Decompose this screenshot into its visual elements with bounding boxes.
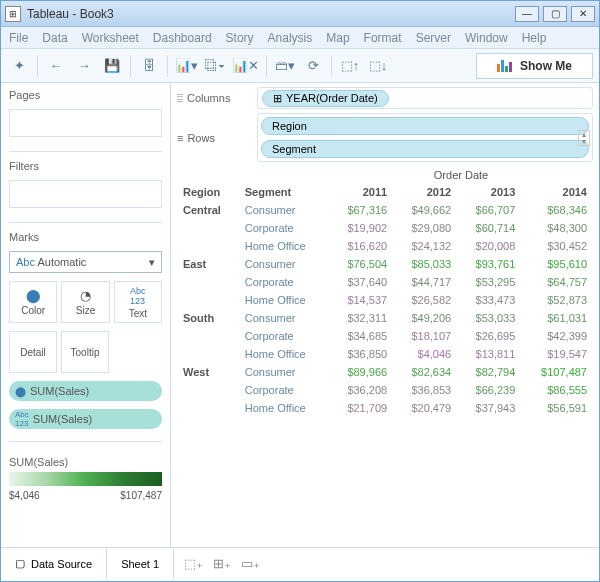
col-header[interactable]: 2014 <box>521 183 593 201</box>
menu-dashboard[interactable]: Dashboard <box>153 31 212 45</box>
close-button[interactable]: ✕ <box>571 6 595 22</box>
value-cell[interactable]: $30,452 <box>521 237 593 255</box>
menu-data[interactable]: Data <box>42 31 67 45</box>
value-cell[interactable]: $64,757 <box>521 273 593 291</box>
marks-text-button[interactable]: Abc123Text <box>114 281 162 323</box>
menu-server[interactable]: Server <box>416 31 451 45</box>
value-cell[interactable]: $95,610 <box>521 255 593 273</box>
show-me-button[interactable]: Show Me <box>476 53 593 79</box>
value-cell[interactable]: $37,943 <box>457 399 521 417</box>
segment-cell[interactable]: Consumer <box>239 201 329 219</box>
value-cell[interactable]: $93,761 <box>457 255 521 273</box>
columns-shelf[interactable]: ⊞YEAR(Order Date) <box>257 87 593 109</box>
menu-help[interactable]: Help <box>522 31 547 45</box>
value-cell[interactable]: $76,504 <box>329 255 393 273</box>
sort-asc-button[interactable]: ⬚↑ <box>338 54 362 78</box>
value-cell[interactable]: $107,487 <box>521 363 593 381</box>
value-cell[interactable]: $66,239 <box>457 381 521 399</box>
value-cell[interactable]: $34,685 <box>329 327 393 345</box>
filters-shelf[interactable] <box>9 180 162 208</box>
menu-map[interactable]: Map <box>326 31 349 45</box>
region-cell[interactable]: West <box>177 363 239 381</box>
col-header[interactable]: 2012 <box>393 183 457 201</box>
value-cell[interactable]: $32,311 <box>329 309 393 327</box>
rows-pill-segment[interactable]: Segment <box>261 140 589 158</box>
maximize-button[interactable]: ▢ <box>543 6 567 22</box>
new-worksheet-button[interactable]: 📊▾ <box>174 54 199 78</box>
segment-cell[interactable]: Home Office <box>239 345 329 363</box>
rows-scroll[interactable]: ▴▾ <box>578 130 590 146</box>
region-cell[interactable]: East <box>177 255 239 273</box>
marks-pill-color-sum-sales[interactable]: ⬤SUM(Sales) <box>9 381 162 401</box>
col-header[interactable]: Segment <box>239 183 329 201</box>
region-cell[interactable] <box>177 219 239 237</box>
new-worksheet-icon[interactable]: ⬚₊ <box>184 556 203 571</box>
new-data-source-button[interactable]: 🗄 <box>137 54 161 78</box>
menu-file[interactable]: File <box>9 31 28 45</box>
value-cell[interactable]: $42,399 <box>521 327 593 345</box>
value-cell[interactable]: $61,031 <box>521 309 593 327</box>
segment-cell[interactable]: Consumer <box>239 309 329 327</box>
value-cell[interactable]: $19,902 <box>329 219 393 237</box>
region-cell[interactable] <box>177 237 239 255</box>
segment-cell[interactable]: Home Office <box>239 291 329 309</box>
forward-button[interactable]: → <box>72 54 96 78</box>
marks-type-dropdown[interactable]: Abc Automatic ▾ <box>9 251 162 273</box>
pages-shelf[interactable] <box>9 109 162 137</box>
save-button[interactable]: 💾 <box>100 54 124 78</box>
segment-cell[interactable]: Corporate <box>239 273 329 291</box>
sheet-tab[interactable]: Sheet 1 <box>107 548 174 579</box>
segment-cell[interactable]: Corporate <box>239 219 329 237</box>
segment-cell[interactable]: Corporate <box>239 327 329 345</box>
value-cell[interactable]: $36,853 <box>393 381 457 399</box>
value-cell[interactable]: $20,008 <box>457 237 521 255</box>
swap-button[interactable]: 🗃▾ <box>273 54 297 78</box>
value-cell[interactable]: $85,033 <box>393 255 457 273</box>
back-button[interactable]: ← <box>44 54 68 78</box>
value-cell[interactable]: $13,811 <box>457 345 521 363</box>
segment-cell[interactable]: Consumer <box>239 255 329 273</box>
duplicate-button[interactable]: ⿻▾ <box>203 54 227 78</box>
marks-pill-text-sum-sales[interactable]: Abc123SUM(Sales) <box>9 409 162 429</box>
menu-worksheet[interactable]: Worksheet <box>82 31 139 45</box>
menu-story[interactable]: Story <box>226 31 254 45</box>
value-cell[interactable]: $4,046 <box>393 345 457 363</box>
col-header[interactable]: 2013 <box>457 183 521 201</box>
value-cell[interactable]: $33,473 <box>457 291 521 309</box>
rows-shelf[interactable]: Region Segment ▴▾ <box>257 113 593 162</box>
value-cell[interactable]: $36,208 <box>329 381 393 399</box>
region-cell[interactable] <box>177 399 239 417</box>
region-cell[interactable]: Central <box>177 201 239 219</box>
segment-cell[interactable]: Corporate <box>239 381 329 399</box>
region-cell[interactable] <box>177 273 239 291</box>
value-cell[interactable]: $26,582 <box>393 291 457 309</box>
clear-button[interactable]: 📊✕ <box>231 54 260 78</box>
menu-format[interactable]: Format <box>364 31 402 45</box>
value-cell[interactable]: $68,346 <box>521 201 593 219</box>
value-cell[interactable]: $86,555 <box>521 381 593 399</box>
value-cell[interactable]: $56,591 <box>521 399 593 417</box>
value-cell[interactable]: $21,709 <box>329 399 393 417</box>
minimize-button[interactable]: — <box>515 6 539 22</box>
value-cell[interactable]: $14,537 <box>329 291 393 309</box>
value-cell[interactable]: $44,717 <box>393 273 457 291</box>
value-cell[interactable]: $53,295 <box>457 273 521 291</box>
region-cell[interactable] <box>177 381 239 399</box>
value-cell[interactable]: $82,794 <box>457 363 521 381</box>
value-cell[interactable]: $18,107 <box>393 327 457 345</box>
legend-gradient[interactable] <box>9 472 162 486</box>
value-cell[interactable]: $26,695 <box>457 327 521 345</box>
value-cell[interactable]: $48,300 <box>521 219 593 237</box>
value-cell[interactable]: $67,316 <box>329 201 393 219</box>
value-cell[interactable]: $20,479 <box>393 399 457 417</box>
value-cell[interactable]: $49,662 <box>393 201 457 219</box>
menu-window[interactable]: Window <box>465 31 508 45</box>
new-dashboard-icon[interactable]: ⊞₊ <box>213 556 231 571</box>
value-cell[interactable]: $52,873 <box>521 291 593 309</box>
refresh-button[interactable]: ⟳ <box>301 54 325 78</box>
tableau-logo-icon[interactable]: ✦ <box>7 54 31 78</box>
value-cell[interactable]: $89,966 <box>329 363 393 381</box>
marks-color-button[interactable]: ⬤Color <box>9 281 57 323</box>
marks-tooltip-button[interactable]: Tooltip <box>61 331 109 373</box>
value-cell[interactable]: $29,080 <box>393 219 457 237</box>
